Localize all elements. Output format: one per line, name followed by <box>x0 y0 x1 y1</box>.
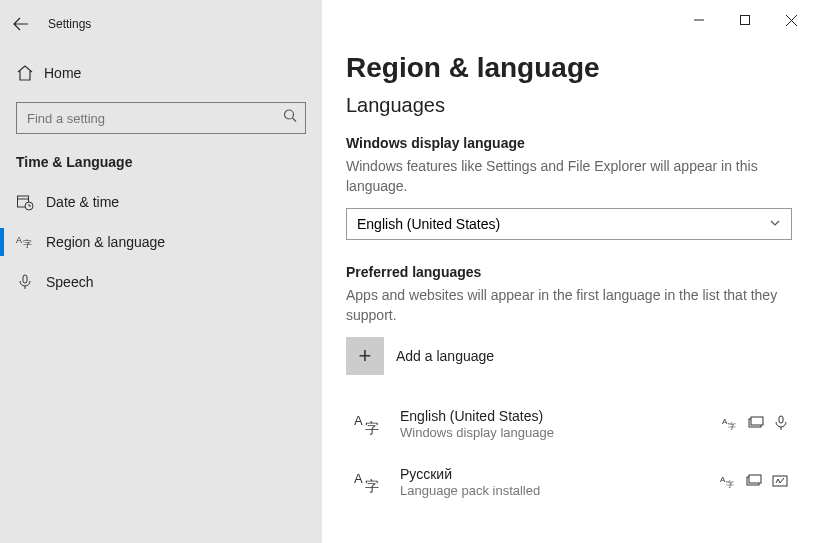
language-item-russian[interactable]: A字 Русский Language pack installed A字 <box>346 453 792 511</box>
sidebar-item-speech[interactable]: Speech <box>0 262 306 302</box>
sidebar-item-region-language[interactable]: A字 Region & language <box>0 222 306 262</box>
svg-text:字: 字 <box>23 239 32 249</box>
svg-rect-17 <box>751 417 763 425</box>
display-language-badge-icon: A字 <box>722 415 738 434</box>
svg-text:字: 字 <box>365 420 379 436</box>
display-language-badge-icon: A字 <box>720 473 736 492</box>
sidebar-item-date-time[interactable]: Date & time <box>0 182 306 222</box>
microphone-icon <box>16 273 46 291</box>
search-box <box>16 102 306 134</box>
svg-text:A: A <box>354 471 363 486</box>
sidebar-item-home[interactable]: Home <box>16 54 306 92</box>
svg-rect-25 <box>773 476 787 486</box>
language-pack-badge-icon <box>748 415 764 434</box>
sidebar-item-label: Speech <box>46 274 93 290</box>
language-pack-badge-icon <box>746 473 762 492</box>
calendar-clock-icon <box>16 193 46 211</box>
handwriting-badge-icon <box>772 473 788 492</box>
close-button[interactable] <box>768 6 814 34</box>
back-button[interactable] <box>0 16 42 32</box>
home-label: Home <box>44 65 81 81</box>
svg-text:A: A <box>16 235 22 245</box>
maximize-button[interactable] <box>722 6 768 34</box>
language-subtitle: Windows display language <box>400 425 554 442</box>
page-title: Region & language <box>346 52 792 84</box>
languages-heading: Languages <box>346 94 792 117</box>
main-content: Region & language Languages Windows disp… <box>322 0 818 543</box>
minimize-button[interactable] <box>676 6 722 34</box>
svg-text:字: 字 <box>365 478 379 494</box>
display-language-heading: Windows display language <box>346 135 792 151</box>
search-input[interactable] <box>16 102 306 134</box>
preferred-languages-desc: Apps and websites will appear in the fir… <box>346 286 792 325</box>
language-name: Русский <box>400 465 540 483</box>
plus-icon: + <box>346 337 384 375</box>
svg-text:字: 字 <box>728 422 736 431</box>
sidebar-item-label: Region & language <box>46 234 165 250</box>
language-icon: A字 <box>16 233 46 251</box>
language-badges: A字 <box>720 473 788 492</box>
svg-point-0 <box>285 110 294 119</box>
home-icon <box>16 64 44 82</box>
titlebar: Settings <box>0 8 322 40</box>
sidebar: Settings Home Time & Language Date & tim… <box>0 0 322 543</box>
speech-badge-icon <box>774 415 788 434</box>
preferred-languages-heading: Preferred languages <box>346 264 792 280</box>
svg-rect-7 <box>23 275 27 283</box>
language-icon: A字 <box>350 405 388 443</box>
svg-text:字: 字 <box>726 480 734 489</box>
display-language-desc: Windows features like Settings and File … <box>346 157 792 196</box>
svg-rect-9 <box>741 16 750 25</box>
add-language-label: Add a language <box>396 348 494 364</box>
window-controls <box>676 6 814 34</box>
svg-rect-18 <box>779 416 783 423</box>
svg-line-1 <box>293 118 297 122</box>
display-language-dropdown[interactable]: English (United States) <box>346 208 792 240</box>
language-subtitle: Language pack installed <box>400 483 540 500</box>
chevron-down-icon <box>769 216 781 232</box>
search-icon <box>283 109 298 128</box>
add-language-button[interactable]: + Add a language <box>346 337 792 375</box>
language-item-english[interactable]: A字 English (United States) Windows displ… <box>346 395 792 453</box>
dropdown-selected-value: English (United States) <box>357 216 500 232</box>
window-title: Settings <box>48 17 91 31</box>
svg-rect-24 <box>749 475 761 483</box>
svg-text:A: A <box>354 413 363 428</box>
sidebar-section-title: Time & Language <box>16 154 306 170</box>
language-name: English (United States) <box>400 407 554 425</box>
language-badges: A字 <box>722 415 788 434</box>
language-icon: A字 <box>350 463 388 501</box>
sidebar-item-label: Date & time <box>46 194 119 210</box>
